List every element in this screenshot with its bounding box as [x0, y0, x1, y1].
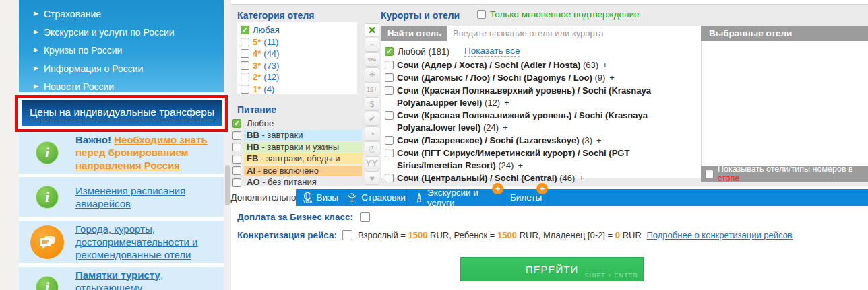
- category-option-4[interactable]: 4* (44): [241, 48, 354, 59]
- meal-option-bb[interactable]: BB - завтраки: [232, 130, 362, 141]
- checkbox[interactable]: [385, 149, 394, 157]
- resort-option-any[interactable]: ✓ Любой (181) Показать все: [385, 45, 698, 57]
- instant-confirmation-option[interactable]: Только мгновенное подтверждение: [477, 9, 640, 20]
- resort-option[interactable]: Сочи (Лазаревское) / Sochi (Lazarevskoye…: [385, 135, 698, 147]
- expand-plus[interactable]: +: [500, 98, 509, 108]
- arrow-right-icon: ▶: [34, 29, 38, 35]
- checkbox[interactable]: [232, 143, 241, 151]
- flight-spec-checkbox[interactable]: [342, 230, 352, 240]
- info-box-important[interactable]: i Важно! Необходимо знать перед брониров…: [19, 131, 224, 174]
- resort-option[interactable]: Сочи (Красная Поляна.нижний уровень) / S…: [385, 110, 698, 134]
- flight-spec-details-link[interactable]: Подробнее о конкретизации рейсов: [646, 230, 792, 240]
- meal-option-ai[interactable]: AI - все включено: [232, 165, 362, 176]
- expand-plus[interactable]: +: [592, 135, 602, 145]
- checkbox[interactable]: [232, 155, 241, 164]
- checkbox[interactable]: [385, 136, 394, 145]
- show-stop-option[interactable]: Показывать отели/типы номеров в стопе: [701, 166, 868, 182]
- stars-count: (44): [264, 48, 279, 59]
- checkbox[interactable]: [385, 73, 394, 82]
- tab-additional[interactable]: Дополнительно: [231, 189, 296, 206]
- stars-label: 1*: [253, 84, 261, 94]
- tab-tickets[interactable]: Билеты +: [505, 189, 547, 206]
- schedule-link[interactable]: Изменения расписания авиарейсов: [75, 185, 185, 209]
- page-left-gutter: [0, 0, 19, 290]
- clear-filters-icon[interactable]: ✕: [365, 23, 379, 37]
- info-box-cities[interactable]: Города, курорты, достопримечательности и…: [19, 221, 224, 263]
- resort-option[interactable]: Сочи (Дагомыс / Лоо) / Sochi (Dagomys / …: [385, 72, 698, 84]
- spa-icon[interactable]: SPA: [365, 52, 379, 67]
- beach-icon[interactable]: ≈: [365, 38, 379, 52]
- checkbox[interactable]: [477, 10, 486, 19]
- heart-icon[interactable]: ♥: [365, 171, 379, 185]
- meal-option-any[interactable]: ✓ Любое: [232, 118, 362, 129]
- add-badge[interactable]: +: [536, 183, 548, 194]
- tab-excursions[interactable]: Экскурсии и услуги +: [407, 189, 505, 206]
- checkbox[interactable]: [241, 49, 249, 58]
- checkbox[interactable]: [385, 86, 394, 95]
- checkbox[interactable]: [241, 61, 249, 70]
- individual-transfers-button[interactable]: Цены на индивидуальные трансферы: [22, 100, 222, 126]
- meal-option-ao[interactable]: AO - без питания: [232, 177, 362, 188]
- sidebar-item-excursions-russia[interactable]: ▶ Экскурсии и услуги по России: [19, 23, 224, 41]
- expand-plus[interactable]: +: [575, 173, 584, 183]
- sidebar-item-cruises-russia[interactable]: ▶ Круизы по России: [19, 41, 224, 59]
- sidebar-item-news-russia[interactable]: ▶ Новости России: [19, 77, 224, 96]
- expand-plus[interactable]: +: [499, 122, 508, 133]
- expand-plus[interactable]: +: [514, 160, 523, 170]
- medical-icon[interactable]: ✳: [365, 67, 379, 81]
- expand-plus[interactable]: +: [598, 60, 608, 70]
- services-tabbar: Дополнительно VISA Визы Страховки Экс: [231, 189, 868, 206]
- business-class-checkbox[interactable]: [360, 212, 370, 222]
- checkbox[interactable]: [232, 166, 241, 175]
- category-option-1[interactable]: 1* (4): [241, 83, 354, 95]
- checkbox[interactable]: [705, 170, 714, 178]
- checkbox[interactable]: [241, 73, 249, 81]
- child-price: 1500: [497, 230, 517, 240]
- expand-plus[interactable]: +: [605, 73, 615, 83]
- info-box-memo[interactable]: i Памятки туристу, отдыхающему в России: [19, 267, 224, 290]
- cities-link[interactable]: Города, курорты, достопримечательности и…: [75, 223, 198, 260]
- resort-count: (24): [498, 160, 514, 170]
- resort-option[interactable]: Сочи (ПГТ Сириус/Имеретинский курорт) / …: [385, 147, 698, 172]
- info-box-schedule[interactable]: i Изменения расписания авиарейсов: [19, 177, 224, 217]
- tab-visas[interactable]: VISA Визы: [296, 189, 346, 206]
- checkbox-checked[interactable]: ✓: [385, 47, 394, 56]
- category-option-5[interactable]: 5* (11): [241, 36, 354, 48]
- hotel-search-input[interactable]: [447, 26, 701, 41]
- checkbox[interactable]: [241, 38, 249, 46]
- filter-panel: Категория отеля ✓ Любая 5* (11) 4* (44): [231, 4, 868, 186]
- clock-icon[interactable]: ◷: [365, 141, 379, 155]
- memo-link-bold[interactable]: Памятки туристу: [75, 269, 160, 281]
- thumbs-up-icon[interactable]: ✔: [365, 112, 379, 126]
- stars-label: 4*: [253, 48, 261, 59]
- sidebar-item-info-russia[interactable]: ▶ Информация о России: [19, 59, 224, 77]
- checkbox[interactable]: [385, 61, 394, 69]
- resort-option[interactable]: Сочи (Красная Поляна.верхний уровень) / …: [385, 85, 698, 109]
- people-icon[interactable]: ϒϒ: [365, 156, 379, 170]
- resort-option[interactable]: Сочи (Адлер / Хоста) / Sochi (Adler / Ho…: [385, 59, 698, 71]
- checkbox[interactable]: [385, 111, 394, 120]
- meal-option-fb[interactable]: FB - завтраки, обеды и ужины: [232, 153, 362, 165]
- checkbox[interactable]: [241, 85, 249, 94]
- checkbox[interactable]: [385, 174, 394, 182]
- tab-insurance[interactable]: Страховки: [346, 189, 407, 206]
- age-16plus-icon[interactable]: 16+: [365, 82, 379, 96]
- beach-ball-icon[interactable]: ◔: [365, 126, 379, 141]
- category-option-any[interactable]: ✓ Любая: [241, 24, 354, 36]
- resorts-title: Курорты и отели: [381, 10, 460, 21]
- scrollbar-thumb[interactable]: [225, 165, 230, 205]
- category-option-2[interactable]: 2* (12): [241, 71, 354, 83]
- show-all-link[interactable]: Показать все: [464, 46, 520, 57]
- checkbox[interactable]: [232, 131, 241, 140]
- info-icon: i: [19, 186, 75, 209]
- go-button[interactable]: ПЕРЕЙТИ SHIFT + ENTER: [460, 257, 644, 281]
- add-badge[interactable]: +: [492, 183, 503, 194]
- category-option-3[interactable]: 3* (73): [241, 60, 354, 71]
- checkbox-checked[interactable]: ✓: [232, 119, 241, 128]
- meal-option-hb[interactable]: HB - завтраки и ужины: [232, 141, 362, 153]
- sidebar-item-insurance[interactable]: ▶ Страхование: [19, 5, 224, 23]
- checkbox[interactable]: [232, 178, 241, 187]
- piggy-bank-icon[interactable]: $: [365, 97, 379, 111]
- checkbox-checked[interactable]: ✓: [241, 26, 249, 34]
- scrollbar-track[interactable]: [224, 0, 231, 290]
